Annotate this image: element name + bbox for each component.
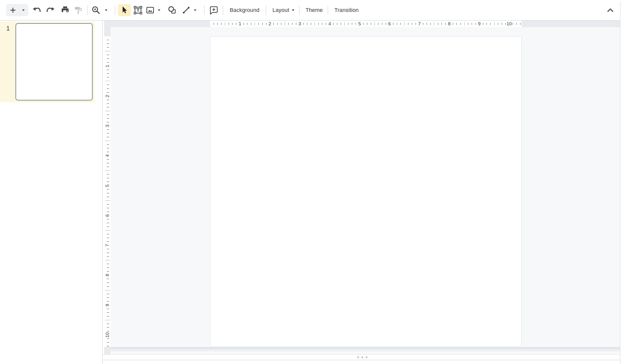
ruler-tick (490, 23, 491, 25)
print-button[interactable] (59, 4, 71, 16)
ruler-tick (107, 197, 109, 197)
ruler-tick (258, 23, 259, 25)
ruler-tick (326, 23, 326, 25)
chevron-down-icon (193, 9, 197, 11)
insert-line-button[interactable] (181, 4, 197, 16)
ruler-tick (105, 290, 110, 291)
background-button[interactable]: Background (226, 4, 263, 16)
ruler-number: 5 (105, 184, 110, 187)
toolbar-separator (87, 6, 88, 15)
ruler-number: 9 (105, 304, 110, 306)
transition-button[interactable]: Transition (330, 4, 363, 16)
ruler-tick (107, 301, 109, 302)
zoom-icon (91, 5, 101, 15)
ruler-tick (516, 23, 517, 25)
ruler-tick (408, 23, 408, 25)
ruler-number: 7 (105, 244, 110, 247)
shape-icon (167, 5, 177, 15)
insert-shape-button[interactable] (166, 4, 178, 16)
ruler-tick (107, 204, 109, 205)
insert-image-button[interactable] (145, 4, 161, 16)
ruler-tick (105, 111, 110, 111)
ruler-tick (107, 271, 109, 272)
ruler-tick (285, 22, 285, 26)
select-tool-button[interactable] (118, 4, 131, 16)
layout-button[interactable]: Layout (268, 4, 299, 16)
ruler-tick (397, 23, 397, 25)
ruler-tick (247, 23, 248, 25)
ruler-tick (367, 23, 367, 25)
ruler-tick (107, 297, 109, 298)
ruler-tick (107, 174, 109, 175)
ruler-tick (214, 23, 214, 25)
paint-roller-icon (73, 5, 83, 15)
toolbar-separator (223, 6, 223, 15)
drag-handle-dot (361, 356, 363, 358)
slide-canvas-area (111, 27, 620, 354)
ruler-tick (107, 238, 109, 238)
ruler-number: 7 (418, 21, 421, 27)
ruler-tick (228, 23, 229, 25)
ruler-tick (423, 23, 423, 25)
ruler-tick (107, 282, 109, 283)
ruler-tick (505, 23, 506, 25)
ruler-tick (487, 23, 487, 25)
slide-thumbnail[interactable] (15, 23, 93, 101)
speaker-notes-divider (103, 360, 622, 360)
ruler-number: 2 (268, 21, 271, 27)
ruler-tick (251, 23, 251, 25)
add-comment-button[interactable] (208, 4, 220, 16)
redo-button[interactable] (44, 4, 56, 16)
zoom-button[interactable] (91, 4, 108, 16)
slide-item-selected[interactable]: 1 (0, 22, 95, 102)
chevron-up-icon (606, 5, 615, 15)
ruler-tick (314, 22, 315, 26)
ruler-tick (107, 279, 109, 279)
ruler-tick (266, 23, 267, 25)
ruler-tick (107, 193, 109, 193)
chevron-down-icon (157, 9, 161, 11)
undo-button[interactable] (31, 4, 43, 16)
ruler-tick (107, 338, 109, 339)
ruler-tick (337, 23, 337, 25)
ruler-tick (363, 23, 364, 25)
speaker-notes-splitter[interactable] (103, 354, 622, 360)
paint-format-button[interactable] (72, 4, 84, 16)
ruler-tick (107, 182, 109, 182)
background-label: Background (230, 7, 259, 13)
slide-page[interactable] (210, 36, 522, 347)
ruler-tick (296, 23, 296, 25)
ruler-tick (107, 114, 109, 115)
scrollbar-gutter (620, 1, 622, 364)
collapse-menus-button[interactable] (603, 3, 617, 17)
ruler-tick (107, 234, 109, 234)
ruler-tick (427, 23, 427, 25)
ruler-tick (221, 23, 222, 25)
ruler-tick (105, 170, 110, 171)
ruler-tick (311, 23, 311, 25)
print-icon (60, 5, 70, 15)
ruler-tick (107, 212, 109, 212)
ruler-tick (107, 316, 109, 317)
chevron-down-icon (22, 9, 25, 11)
ruler-tick (322, 23, 322, 25)
new-slide-button[interactable] (6, 4, 28, 16)
canvas-bottom-shadow (111, 347, 620, 352)
ruler-tick (107, 223, 109, 223)
theme-button[interactable]: Theme (302, 4, 327, 16)
text-box-button[interactable] (132, 4, 144, 16)
ruler-tick (105, 200, 110, 201)
cursor-icon (120, 5, 129, 15)
ruler-tick (393, 23, 394, 25)
ruler-tick (107, 103, 109, 104)
ruler-tick (107, 264, 109, 264)
toolbar-separator (115, 6, 115, 15)
ruler-tick (107, 148, 109, 148)
vertical-ruler: 12345678910 (104, 27, 111, 354)
ruler-tick (107, 152, 109, 152)
ruler-tick (498, 23, 498, 25)
ruler-tick (107, 129, 109, 130)
ruler-tick (438, 23, 438, 25)
toolbar: Background Layout Theme Transition (0, 0, 622, 21)
ruler-tick (107, 43, 109, 44)
